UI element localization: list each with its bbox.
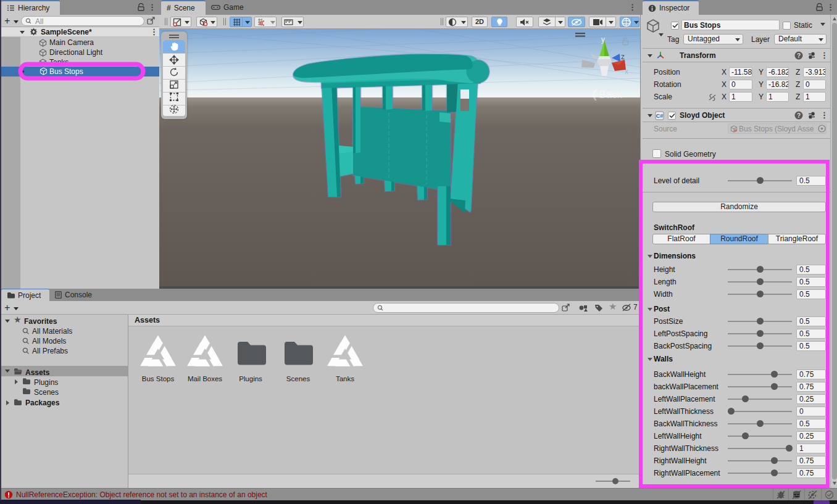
svg-text:?: ?: [797, 112, 801, 119]
svg-text:C#: C#: [656, 113, 664, 119]
svg-text:?: ?: [797, 52, 801, 59]
svg-text:❬Back: ❬Back: [590, 89, 623, 101]
svg-text:x: x: [625, 67, 628, 76]
svg-text:z: z: [621, 52, 625, 61]
